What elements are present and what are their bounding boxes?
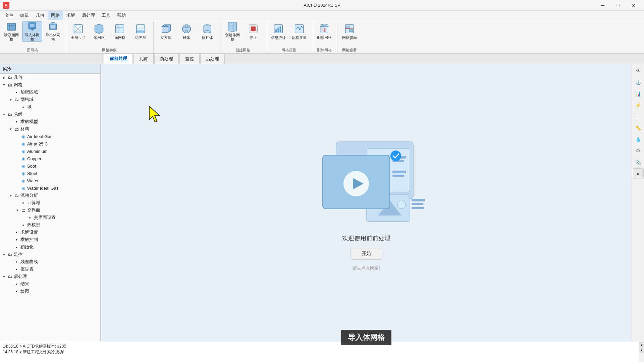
- tree-toggle-post[interactable]: ▼: [1, 274, 7, 279]
- cylinder-button[interactable]: 圆柱体: [197, 21, 217, 42]
- minimize-button[interactable]: ─: [595, 0, 610, 11]
- sphere-button[interactable]: 球体: [176, 21, 197, 42]
- menu-solve[interactable]: 求解: [63, 11, 78, 20]
- delete-mesh-button[interactable]: 删除网格: [314, 21, 334, 42]
- tab-pre-pre[interactable]: 前前处理: [104, 53, 133, 64]
- right-btn-chart[interactable]: 📊: [633, 88, 644, 99]
- tree-node-steel[interactable]: ▶ ◉ Steel: [13, 170, 100, 177]
- right-btn-scroll-r[interactable]: ▶: [633, 168, 644, 179]
- box-icon-solve-model: ▪: [13, 119, 19, 125]
- right-btn-ruler[interactable]: 📏: [633, 123, 644, 133]
- tree-node-solve[interactable]: ▼ 🗂 求解: [0, 111, 100, 118]
- tree-node-interface[interactable]: ▼ 🗂 交界面: [13, 206, 100, 214]
- vol-mesh-label: 体网格: [94, 36, 105, 40]
- info-stat-icon: [272, 23, 284, 35]
- log-scroll-up[interactable]: ▲: [639, 342, 644, 348]
- tree-node-material[interactable]: ▼ 🗂 材料: [7, 125, 100, 133]
- tab-post[interactable]: 后处理: [200, 54, 225, 64]
- export-volume-button[interactable]: 导出体网格: [43, 21, 63, 42]
- full-size-icon: [72, 23, 84, 35]
- mesh-quality-button[interactable]: 网格质量: [289, 21, 309, 42]
- full-size-button[interactable]: 全局尺寸: [68, 21, 88, 42]
- tree-node-monitor[interactable]: ▼ 🗂 监控: [0, 251, 100, 258]
- tree-node-initialize[interactable]: ▶ ▪ 初始化: [7, 243, 100, 251]
- right-btn-clip[interactable]: 📎: [633, 157, 644, 168]
- tree-label-air-ideal-gas: Air Ideal Gas: [27, 134, 52, 139]
- tree-node-solve-model[interactable]: ▶ ▪ 求解模型: [7, 118, 100, 125]
- tree-node-domain[interactable]: ▶ ▪ 域: [13, 103, 100, 111]
- start-button[interactable]: 开始: [351, 248, 382, 260]
- create-vol-mesh-button[interactable]: 创建体网格: [222, 21, 243, 42]
- svg-rect-71: [412, 207, 424, 209]
- tree-label-densify: 加密区域: [20, 89, 38, 95]
- right-btn-anchor[interactable]: ⚓: [633, 77, 644, 88]
- menu-edit[interactable]: 编辑: [17, 11, 32, 20]
- tree-node-aluminium[interactable]: ▶ ◉ Aluminium: [13, 147, 100, 155]
- tree-node-air-at-25[interactable]: ▶ ◉ Air at 25 C: [13, 140, 100, 147]
- info-stat-button[interactable]: 信息统计: [268, 21, 288, 42]
- menu-tools[interactable]: 工具: [98, 11, 114, 20]
- menu-post[interactable]: 后处理: [78, 11, 98, 20]
- tree-toggle-mesh-domain[interactable]: ▼: [8, 97, 13, 102]
- tree-node-solve-control[interactable]: ▶ ▪ 求解控制: [7, 236, 100, 243]
- toolbar-group-face-mesh-items: 读取面网格 导入体网格: [1, 21, 63, 47]
- stop-button[interactable]: 停止: [243, 21, 263, 42]
- svg-rect-49: [323, 24, 326, 26]
- tree-toggle-material[interactable]: ▼: [8, 126, 13, 132]
- tree-node-densify[interactable]: ▶ ▪ 加密区域: [7, 88, 100, 96]
- vol-mesh-button[interactable]: 体网格: [89, 21, 109, 42]
- read-surface-button[interactable]: 读取面网格: [1, 21, 21, 42]
- cube-button[interactable]: 立方体: [156, 21, 176, 42]
- import-volume-button[interactable]: 导入体网格: [22, 21, 42, 42]
- tab-geometry[interactable]: 几何: [133, 54, 154, 64]
- tree-toggle-solve[interactable]: ▼: [1, 112, 7, 117]
- tree-node-thermal-model[interactable]: ▶ ▪ 热模型: [13, 221, 100, 229]
- tree-node-flow-analysis[interactable]: ▼ 🗂 流动分析: [7, 192, 100, 199]
- right-btn-drop[interactable]: 💧: [633, 134, 644, 145]
- box-icon-domain: ▪: [20, 104, 26, 110]
- face-mesh-button[interactable]: 面网格: [110, 21, 130, 42]
- right-btn-settings[interactable]: ⚙: [633, 145, 644, 156]
- tree-node-post[interactable]: ▼ 🗂 后处理: [0, 273, 100, 280]
- tree-node-interface-settings[interactable]: ▶ ▪ 交界面设置: [20, 214, 100, 221]
- svg-rect-38: [251, 26, 256, 31]
- tree-node-plot[interactable]: ▶ ▪ 绘图: [7, 288, 100, 295]
- svg-rect-70: [412, 203, 423, 205]
- right-btn-eye[interactable]: 👁: [633, 66, 644, 76]
- svg-point-46: [301, 26, 302, 27]
- tree-node-soot[interactable]: ▶ ◉ Soot: [13, 162, 100, 170]
- tree-node-mesh[interactable]: ▼ 🗂 网格: [0, 81, 100, 88]
- tree-node-residual[interactable]: ▶ ▪ 残差曲线: [7, 258, 100, 265]
- tree-node-report[interactable]: ▶ ▪ 报告表: [7, 265, 100, 273]
- tree-node-result[interactable]: ▶ ▪ 结果: [7, 280, 100, 288]
- tab-pre[interactable]: 前处理: [154, 54, 179, 64]
- mesh-section-button[interactable]: 网格切面: [339, 21, 360, 42]
- tree-node-geometry[interactable]: ▶ 🗂 几何: [0, 74, 100, 81]
- maximize-button[interactable]: □: [610, 0, 626, 11]
- tab-monitor[interactable]: 监控: [179, 54, 200, 64]
- tree-node-mesh-domain[interactable]: ▼ 🗂 网格域: [7, 96, 100, 103]
- menu-file[interactable]: 文件: [1, 11, 17, 20]
- log-scrollbar[interactable]: ▲ ▼: [639, 342, 644, 362]
- tree-node-solve-settings[interactable]: ▶ ▪ 求解设置: [7, 229, 100, 236]
- boundary-layer-button[interactable]: 边界层: [130, 21, 151, 42]
- tree-node-water-ideal-gas[interactable]: ▶ ◉ Water Ideal Gas: [13, 184, 100, 192]
- export-volume-icon: [47, 21, 59, 32]
- tree-toggle-mesh[interactable]: ▼: [1, 82, 7, 87]
- tree-toggle-monitor[interactable]: ▼: [1, 252, 7, 257]
- tree-node-copper[interactable]: ▶ ◉ Copper: [13, 155, 100, 162]
- menu-mesh[interactable]: 网格: [48, 11, 63, 20]
- menu-help[interactable]: 帮助: [114, 11, 129, 20]
- log-scroll-down[interactable]: ▼: [639, 348, 644, 353]
- tree-toggle-geometry[interactable]: ▶: [1, 75, 7, 80]
- right-btn-lightning[interactable]: ⚡: [633, 100, 644, 111]
- box-icon-iface: ▪: [27, 215, 33, 221]
- tree-node-calc-domain[interactable]: ▶ ▪ 计算域: [13, 199, 100, 206]
- tree-node-water[interactable]: ▶ ◉ Water: [13, 177, 100, 184]
- right-btn-arrows[interactable]: ↕: [633, 111, 644, 122]
- menu-geometry[interactable]: 几何: [32, 11, 48, 20]
- close-button[interactable]: ✕: [626, 0, 641, 11]
- tree-toggle-interface[interactable]: ▼: [15, 207, 20, 213]
- tree-node-air-ideal-gas[interactable]: ▶ ◉ Air Ideal Gas: [13, 133, 100, 140]
- tree-toggle-flow[interactable]: ▼: [8, 193, 13, 198]
